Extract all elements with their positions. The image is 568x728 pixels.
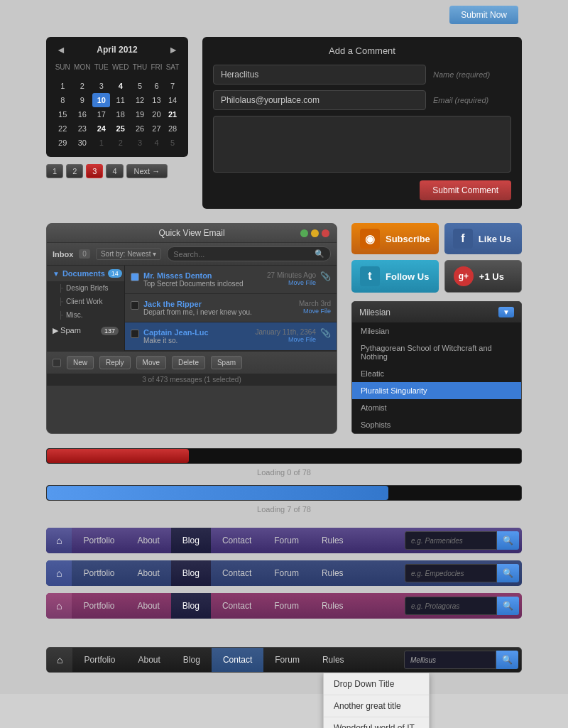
calendar-day[interactable]: [72, 73, 92, 79]
email-move-button[interactable]: Move: [136, 356, 166, 369]
page-2-button[interactable]: 2: [66, 164, 83, 178]
nav-dark-forum[interactable]: Forum: [263, 648, 311, 672]
message-3-action[interactable]: Move File: [255, 336, 316, 343]
calendar-day[interactable]: 6: [149, 79, 164, 93]
calendar-day[interactable]: 5: [131, 79, 149, 93]
nav-dropdown-item-3[interactable]: Wonderful world of IT: [324, 717, 429, 728]
calendar-day[interactable]: 11: [110, 93, 131, 107]
message-3-checkbox[interactable]: [131, 330, 139, 338]
nav-purple-portfolio[interactable]: Portfolio: [72, 528, 126, 553]
email-message-3[interactable]: Captain Jean-Luc Make it so. January 11t…: [125, 322, 337, 351]
calendar-day[interactable]: 29: [53, 136, 72, 150]
nav-blue-search-button[interactable]: 🔍: [497, 564, 519, 582]
nav-dark-rules[interactable]: Rules: [311, 648, 356, 672]
dropdown-option-sophists[interactable]: Sophists: [352, 416, 521, 433]
email-message-1[interactable]: Mr. Misses Denton Top Secret Documents i…: [125, 266, 337, 294]
nav-pink-portfolio[interactable]: Portfolio: [72, 593, 126, 619]
nav-blue-home-button[interactable]: ⌂: [46, 560, 72, 586]
calendar-day[interactable]: 13: [149, 93, 164, 107]
page-1-button[interactable]: 1: [46, 164, 63, 178]
nav-pink-forum[interactable]: Forum: [263, 593, 310, 619]
nav-purple-search-input[interactable]: [405, 531, 497, 550]
calendar-day[interactable]: 20: [149, 107, 164, 121]
dropdown-arrow-button[interactable]: ▼: [498, 307, 514, 317]
calendar-day[interactable]: 23: [72, 121, 92, 136]
email-maximize-button[interactable]: [300, 229, 308, 237]
calendar-day[interactable]: 3: [131, 136, 149, 150]
calendar-day[interactable]: 17: [92, 107, 110, 121]
dropdown-option-pythagorean[interactable]: Pythagorean School of Witchcraft and Not…: [352, 339, 521, 365]
message-2-checkbox[interactable]: [131, 301, 139, 310]
calendar-day[interactable]: 5: [164, 136, 181, 150]
nav-blue-rules[interactable]: Rules: [310, 560, 355, 586]
nav-dark-about[interactable]: About: [127, 648, 172, 672]
calendar-day[interactable]: 24: [92, 121, 110, 136]
nav-dark-contact[interactable]: Contact: [212, 648, 263, 672]
comment-body-textarea[interactable]: [213, 116, 511, 173]
nav-purple-about[interactable]: About: [126, 528, 171, 553]
dropdown-option-pluralist[interactable]: Pluralist Singularity: [352, 382, 521, 399]
calendar-day[interactable]: 21: [164, 107, 181, 121]
nav-purple-contact[interactable]: Contact: [211, 528, 263, 553]
nav-pink-home-button[interactable]: ⌂: [46, 593, 72, 619]
calendar-day[interactable]: 3: [92, 79, 110, 93]
folder-documents[interactable]: ▼ Documents 14: [47, 266, 124, 281]
nav-purple-rules[interactable]: Rules: [310, 528, 355, 553]
calendar-day[interactable]: 8: [53, 93, 72, 107]
nav-pink-search-input[interactable]: [405, 597, 497, 615]
nav-purple-forum[interactable]: Forum: [263, 528, 310, 553]
nav-pink-contact[interactable]: Contact: [211, 593, 263, 619]
nav-dark-home-button[interactable]: ⌂: [47, 648, 72, 672]
message-1-action[interactable]: Move File: [267, 279, 316, 286]
calendar-day[interactable]: 10: [92, 93, 110, 107]
follow-button[interactable]: t Follow Us: [351, 260, 439, 293]
calendar-day[interactable]: [131, 73, 149, 79]
calendar-day[interactable]: 30: [72, 136, 92, 150]
nav-blue-forum[interactable]: Forum: [263, 560, 310, 586]
dropdown-header[interactable]: Milesian ▼: [352, 302, 521, 322]
google-plus-button[interactable]: g+ +1 Us: [444, 260, 522, 293]
calendar-day[interactable]: 15: [53, 107, 72, 121]
email-close-button[interactable]: [322, 229, 329, 237]
calendar-day[interactable]: 18: [110, 107, 131, 121]
calendar-day[interactable]: 4: [149, 136, 164, 150]
pagination-next-button[interactable]: Next →: [126, 164, 168, 178]
nav-pink-rules[interactable]: Rules: [310, 593, 355, 619]
nav-blue-about[interactable]: About: [126, 560, 171, 586]
email-minimize-button[interactable]: [311, 229, 319, 237]
email-spam-button[interactable]: Spam: [211, 356, 242, 369]
calendar-day[interactable]: 16: [72, 107, 92, 121]
nav-pink-blog[interactable]: Blog: [171, 593, 211, 619]
message-2-action[interactable]: Move File: [299, 308, 331, 315]
nav-purple-search-button[interactable]: 🔍: [497, 531, 519, 550]
calendar-day[interactable]: [149, 73, 164, 79]
comment-name-input[interactable]: [213, 65, 426, 85]
nav-blue-blog[interactable]: Blog: [171, 560, 211, 586]
subfolder-client-work[interactable]: Client Work: [47, 295, 124, 308]
dropdown-option-eleatic[interactable]: Eleatic: [352, 365, 521, 382]
calendar-day[interactable]: 26: [131, 121, 149, 136]
calendar-day[interactable]: [53, 73, 72, 79]
top-submit-button[interactable]: Submit Now: [449, 6, 518, 24]
calendar-day[interactable]: 4: [110, 79, 131, 93]
calendar-day[interactable]: 12: [131, 93, 149, 107]
calendar-day[interactable]: 28: [164, 121, 181, 136]
nav-dropdown-item-1[interactable]: Drop Down Title: [324, 673, 429, 695]
folder-spam[interactable]: ▶ Spam 137: [47, 322, 124, 339]
nav-blue-contact[interactable]: Contact: [211, 560, 263, 586]
email-reply-button[interactable]: Reply: [99, 356, 131, 369]
nav-pink-search-button[interactable]: 🔍: [497, 597, 519, 615]
page-4-button[interactable]: 4: [106, 164, 123, 178]
subfolder-design-briefs[interactable]: Design Briefs: [47, 281, 124, 295]
nav-dark-search-button[interactable]: 🔍: [496, 651, 518, 669]
calendar-day[interactable]: [164, 73, 181, 79]
calendar-day[interactable]: 1: [53, 79, 72, 93]
email-new-button[interactable]: New: [67, 356, 94, 369]
email-delete-button[interactable]: Delete: [172, 356, 205, 369]
nav-dark-search-input[interactable]: [404, 651, 496, 669]
calendar-day[interactable]: 2: [72, 79, 92, 93]
nav-dark-portfolio[interactable]: Portfolio: [72, 648, 126, 672]
calendar-day[interactable]: 22: [53, 121, 72, 136]
dropdown-option-milesian[interactable]: Milesian: [352, 322, 521, 339]
nav-blue-portfolio[interactable]: Portfolio: [72, 560, 126, 586]
